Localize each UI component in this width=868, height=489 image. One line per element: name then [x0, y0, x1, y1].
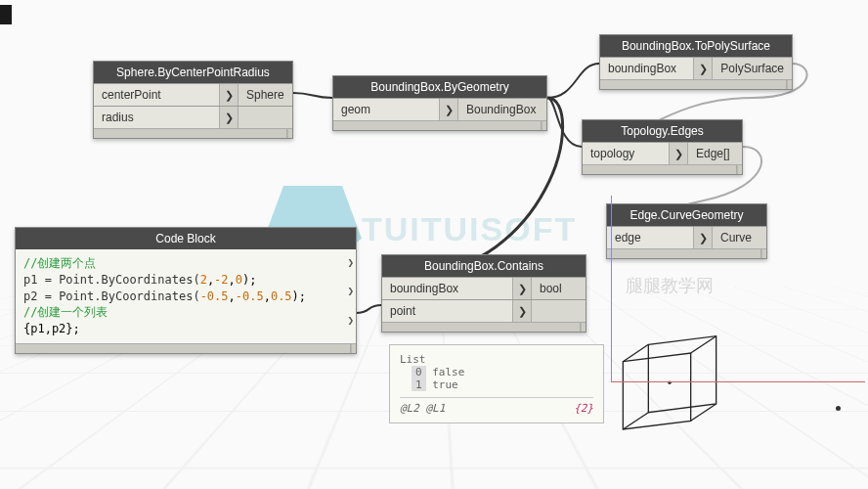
- input-port-geom[interactable]: geom: [333, 99, 439, 120]
- node-bbox-contains[interactable]: BoundingBox.Contains boundingBox ❯ bool …: [381, 254, 586, 333]
- preview-value: false: [432, 366, 464, 378]
- input-port-boundingbox[interactable]: boundingBox: [382, 278, 512, 299]
- watermark-subtext: 腿腿教学网: [626, 274, 714, 297]
- code-number: 0.5: [271, 289, 292, 303]
- svg-line-3: [691, 336, 716, 353]
- code-token: = Point.ByCoordinates(: [45, 289, 200, 303]
- code-token: );: [292, 289, 306, 303]
- input-port-topology[interactable]: topology: [583, 143, 669, 164]
- input-port-edge[interactable]: edge: [607, 227, 693, 248]
- node-footer: |: [333, 120, 546, 130]
- code-number: -0.5: [236, 289, 264, 303]
- node-title: Topology.Edges: [583, 120, 742, 142]
- node-title: BoundingBox.Contains: [382, 255, 586, 277]
- code-number: -0.5: [200, 289, 229, 303]
- axis-z: [611, 196, 612, 381]
- node-bbox-topolysurface[interactable]: BoundingBox.ToPolySurface boundingBox ❯ …: [599, 34, 793, 90]
- code-number: 2: [200, 273, 207, 287]
- chevron-icon[interactable]: ❯: [347, 255, 354, 270]
- chevron-icon[interactable]: ❯: [693, 227, 713, 248]
- output-port-curve[interactable]: Curve: [713, 227, 766, 248]
- chevron-icon[interactable]: ❯: [347, 313, 354, 328]
- panel-toggle[interactable]: [0, 5, 12, 24]
- node-title: BoundingBox.ToPolySurface: [600, 35, 792, 57]
- input-port-centerpoint[interactable]: centerPoint: [94, 84, 219, 106]
- code-token: ,: [264, 289, 271, 303]
- chevron-icon[interactable]: ❯: [347, 284, 354, 298]
- code-number: 0: [236, 273, 242, 287]
- code-token: {p1,p2};: [23, 322, 80, 335]
- input-port-point[interactable]: point: [382, 300, 512, 322]
- code-number: -2: [214, 273, 228, 287]
- output-port-boundingbox[interactable]: BoundingBox: [458, 99, 546, 120]
- node-footer: |: [607, 248, 766, 258]
- node-footer: |: [583, 164, 742, 174]
- node-sphere[interactable]: Sphere.ByCenterPointRadius centerPoint ❯…: [93, 61, 293, 139]
- node-bbox-bygeometry[interactable]: BoundingBox.ByGeometry geom ❯ BoundingBo…: [332, 75, 547, 131]
- preview-levels: @L2 @L1: [400, 402, 445, 415]
- output-port-polysurface[interactable]: PolySurface: [713, 58, 792, 79]
- preview-value: true: [432, 378, 458, 391]
- node-topology-edges[interactable]: Topology.Edges topology ❯ Edge[] |: [582, 119, 743, 175]
- node-title: BoundingBox.ByGeometry: [333, 76, 546, 98]
- output-spacer: [239, 107, 292, 128]
- origin-point: [836, 406, 841, 411]
- input-port-boundingbox[interactable]: boundingBox: [600, 58, 693, 79]
- code-comment: //创建两个点: [23, 256, 96, 270]
- node-edge-curvegeometry[interactable]: Edge.CurveGeometry edge ❯ Curve |: [606, 203, 767, 259]
- code-block-body[interactable]: //创建两个点 p1 = Point.ByCoordinates(2,-2,0)…: [16, 249, 356, 343]
- code-token: = Point.ByCoordinates(: [45, 273, 200, 287]
- node-footer: |: [382, 322, 586, 332]
- watermark-text: TUITUISOFT: [362, 210, 577, 248]
- code-token: ,: [229, 289, 236, 303]
- node-footer: |: [600, 79, 792, 89]
- chevron-icon[interactable]: ❯: [669, 143, 688, 164]
- node-title: Code Block: [16, 228, 356, 249]
- output-preview[interactable]: List 0 false 1 true @L2 @L1 {2}: [389, 344, 604, 423]
- code-comment: //创建一个列表: [23, 305, 108, 319]
- code-token: );: [242, 273, 256, 287]
- chevron-icon[interactable]: ❯: [693, 58, 713, 79]
- node-title: Edge.CurveGeometry: [607, 204, 766, 226]
- code-token: p1: [23, 273, 45, 287]
- chevron-icon[interactable]: ❯: [219, 84, 239, 106]
- chevron-icon[interactable]: ❯: [512, 278, 532, 299]
- chevron-icon[interactable]: ❯: [219, 107, 239, 128]
- code-block-outputs: ❯❯❯: [347, 255, 354, 328]
- preview-count: {2}: [574, 402, 593, 415]
- preview-index: 0: [412, 366, 426, 378]
- output-spacer: [532, 300, 586, 322]
- node-title: Sphere.ByCenterPointRadius: [94, 62, 292, 83]
- input-port-radius[interactable]: radius: [94, 107, 219, 128]
- output-port-sphere[interactable]: Sphere: [239, 84, 292, 106]
- chevron-icon[interactable]: ❯: [439, 99, 458, 120]
- output-port-bool[interactable]: bool: [532, 278, 586, 299]
- node-code-block[interactable]: Code Block //创建两个点 p1 = Point.ByCoordina…: [15, 227, 357, 354]
- preview-index: 1: [412, 378, 426, 391]
- node-footer: |: [94, 128, 292, 138]
- output-port-edgearray[interactable]: Edge[]: [688, 143, 742, 164]
- code-token: ,: [229, 273, 236, 287]
- code-token: p2: [23, 289, 45, 303]
- preview-head: List: [400, 353, 593, 366]
- chevron-icon[interactable]: ❯: [512, 300, 532, 322]
- axis-x: [611, 381, 865, 382]
- node-footer: |: [16, 343, 356, 353]
